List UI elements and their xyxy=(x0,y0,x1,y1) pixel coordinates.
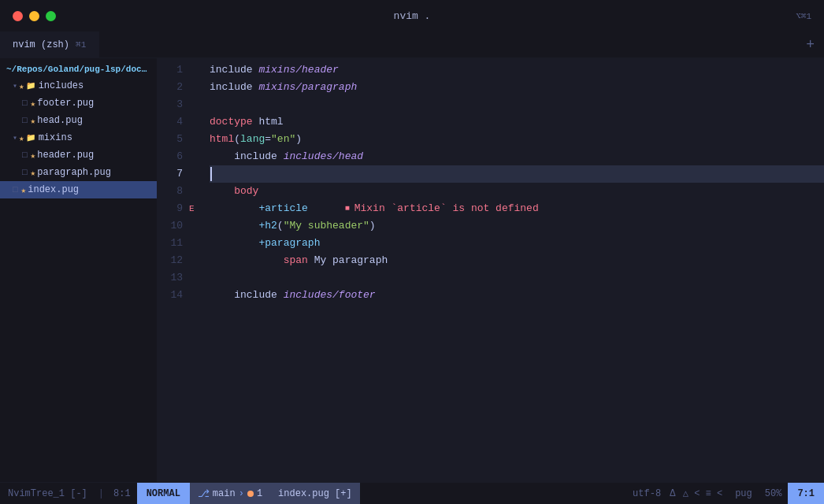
sidebar-item-label: footer.pug xyxy=(37,98,94,109)
code-line-3 xyxy=(210,96,824,113)
code-line-13 xyxy=(210,269,824,287)
sidebar-item-label: mixins xyxy=(39,132,72,143)
paren-open-10: ( xyxy=(277,217,284,235)
line-num-7: 7 xyxy=(164,165,183,183)
code-line-14: include includes/footer xyxy=(210,287,824,304)
code-line-4: doctype html xyxy=(210,113,824,131)
paren-close: ) xyxy=(295,131,302,148)
sidebar-item-paragraph-pug[interactable]: □ ★ paragraph.pug xyxy=(0,164,157,181)
path-mixins-paragraph: mixins/paragraph xyxy=(258,79,357,96)
path-mixins-header: mixins/header xyxy=(258,61,338,79)
title-bar: nvim . ⌥⌘1 xyxy=(0,0,824,32)
line-num-6: 6 xyxy=(164,148,183,165)
status-separator: | xyxy=(95,488,107,499)
modified-icon: ★ xyxy=(21,185,27,195)
line-num-1: 1 xyxy=(164,61,183,79)
folder-arrow-icon: ▾ xyxy=(13,133,17,143)
status-percent: 50% xyxy=(759,488,789,499)
minimize-button[interactable] xyxy=(29,11,39,21)
path-includes-footer: includes/footer xyxy=(284,287,376,304)
line-num-11: 11 xyxy=(164,235,183,252)
delta-icon: Δ xyxy=(670,488,675,499)
indent-9 xyxy=(210,200,258,217)
folder-icon: 📁 xyxy=(26,133,35,143)
error-dot xyxy=(247,491,254,497)
mixin-h2: +h2 xyxy=(258,217,277,235)
code-line-5: html(lang="en") xyxy=(210,131,824,148)
code-line-1: include mixins/header xyxy=(210,61,824,79)
line-num-10: 10 xyxy=(164,217,183,235)
keyword-include: include xyxy=(234,148,283,165)
code-line-11: +paragraph xyxy=(210,235,824,252)
line-num-13: 13 xyxy=(164,269,183,287)
window-title: nvim . xyxy=(394,10,431,22)
file-icon: □ xyxy=(22,98,28,108)
add-tab-button[interactable]: + xyxy=(806,37,824,53)
code-line-6: include includes/head xyxy=(210,148,824,165)
tag-doctype: doctype xyxy=(210,113,258,131)
sidebar-item-includes-folder[interactable]: ▾ ★ 📁 includes xyxy=(0,77,157,94)
status-branch: ⎇ main › 1 xyxy=(190,483,270,504)
code-editor[interactable]: 1 2 3 4 5 6 7 8 9 10 11 12 13 14 xyxy=(158,58,824,482)
paren-close-10: ) xyxy=(369,217,376,235)
status-filetype: pug xyxy=(729,488,759,499)
indent-10 xyxy=(210,217,258,235)
error-gutter-line9: E xyxy=(189,200,203,217)
maximize-button[interactable] xyxy=(46,11,56,21)
modified-icon: ★ xyxy=(19,81,24,91)
code-line-2: include mixins/paragraph xyxy=(210,79,824,96)
sidebar-item-label: head.pug xyxy=(37,115,83,126)
code-line-10: +h2("My subheader") xyxy=(210,217,824,235)
error-gutter: E xyxy=(189,61,203,479)
status-encoding: utf-8 Δ △ < ≡ < xyxy=(626,487,729,499)
line-num-9: 9 xyxy=(164,200,183,217)
sidebar-item-mixins-folder[interactable]: ▾ ★ 📁 mixins xyxy=(0,129,157,146)
attr-eq: = xyxy=(265,131,271,148)
line-num-4: 4 xyxy=(164,113,183,131)
line-numbers: 1 2 3 4 5 6 7 8 9 10 11 12 13 14 xyxy=(158,61,189,479)
code-line-7 xyxy=(210,165,824,183)
title-bar-right: ⌥⌘1 xyxy=(796,11,811,21)
arrow-right-icon: › xyxy=(239,488,244,499)
status-tree-label: NvimTree_1 [-] xyxy=(0,488,95,499)
close-button[interactable] xyxy=(13,11,23,21)
modified-icon: ★ xyxy=(31,116,36,126)
error-count: 1 xyxy=(257,488,262,499)
line-num-12: 12 xyxy=(164,252,183,269)
mixin-paragraph: +paragraph xyxy=(258,235,320,252)
folder-arrow-icon: ▾ xyxy=(13,81,17,91)
path-includes-head: includes/head xyxy=(284,148,363,165)
modified-icon: ★ xyxy=(31,98,36,109)
file-icon: □ xyxy=(22,168,28,177)
error-square-icon: ■ xyxy=(345,200,354,217)
tree-root-path: ~/Repos/Goland/pug-lsp/docs/subj xyxy=(0,61,157,77)
line-num-2: 2 xyxy=(164,79,183,96)
code-lines[interactable]: include mixins/header include mixins/par… xyxy=(203,61,824,479)
sidebar-item-header-pug[interactable]: □ ★ header.pug xyxy=(0,146,157,164)
status-mode: NORMAL xyxy=(137,483,190,504)
file-icon: □ xyxy=(22,150,28,160)
sidebar-item-index-pug[interactable]: □ ★ index.pug xyxy=(0,181,157,198)
error-message-article: Mixin `article` is not defined xyxy=(354,200,539,217)
branch-icon: ⎇ xyxy=(198,487,210,500)
sidebar-item-footer-pug[interactable]: □ ★ footer.pug xyxy=(0,94,157,112)
tab-shortcut: ⌘1 xyxy=(76,39,86,50)
sidebar-item-label: header.pug xyxy=(37,150,94,161)
keyword-include: include xyxy=(234,287,283,304)
code-area: 1 2 3 4 5 6 7 8 9 10 11 12 13 14 xyxy=(158,58,824,482)
sidebar-item-label: paragraph.pug xyxy=(37,167,111,178)
string-my-subheader: "My subheader" xyxy=(284,217,369,235)
tab-bar: nvim (zsh) ⌘1 + xyxy=(0,32,824,58)
branch-name: main xyxy=(213,488,236,499)
tag-html: html xyxy=(210,131,234,148)
paren-open: ( xyxy=(234,131,240,148)
folder-icon: 📁 xyxy=(26,81,35,91)
mixin-article: +article xyxy=(258,200,307,217)
indent-14 xyxy=(210,287,234,304)
tag-span: span xyxy=(284,252,314,269)
doctype-html: html xyxy=(258,113,283,131)
sidebar-item-head-pug[interactable]: □ ★ head.pug xyxy=(0,112,157,129)
span-text: My paragraph xyxy=(314,252,388,269)
tab-nvim-zsh[interactable]: nvim (zsh) ⌘1 xyxy=(0,32,99,58)
indent-6 xyxy=(210,148,234,165)
